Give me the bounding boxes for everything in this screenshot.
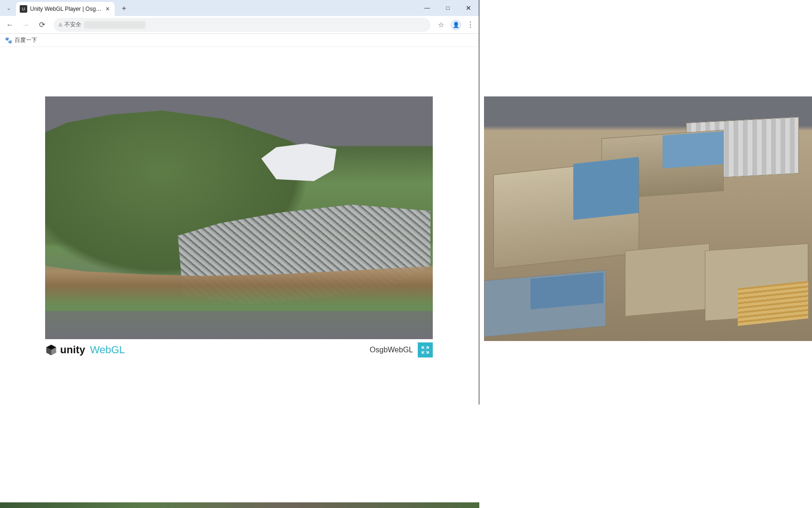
- star-icon: ☆: [438, 21, 444, 29]
- nav-back-button[interactable]: ←: [3, 18, 17, 32]
- bookmark-label: 百度一下: [15, 36, 37, 44]
- building-block: [625, 243, 710, 317]
- webgl-brand-text: WebGL: [90, 344, 125, 356]
- secondary-3d-render[interactable]: [484, 96, 812, 341]
- arrow-right-icon: →: [22, 21, 30, 29]
- new-tab-button[interactable]: +: [117, 2, 131, 15]
- address-bar[interactable]: ⚠ 不安全: [54, 18, 430, 32]
- building-block: [493, 159, 639, 269]
- tab-strip: ⌄ U Unity WebGL Player | OsgbW ✕ + — □ ✕: [0, 0, 479, 16]
- reload-icon: ⟳: [39, 20, 45, 29]
- unity-player-container: unity WebGL OsgbWebGL: [45, 96, 433, 358]
- window-maximize-button[interactable]: □: [437, 0, 458, 16]
- unity-webgl-canvas[interactable]: [45, 96, 433, 339]
- window-close-button[interactable]: ✕: [458, 0, 479, 16]
- unity-cube-icon: [45, 344, 57, 356]
- url-text-blurred: [84, 21, 145, 29]
- unity-logo: unity WebGL: [45, 344, 125, 356]
- fullscreen-button[interactable]: [418, 342, 433, 357]
- profile-icon: 👤: [453, 22, 460, 28]
- security-chip[interactable]: ⚠ 不安全: [58, 21, 81, 29]
- lumber-stack-render: [738, 281, 808, 326]
- unity-footer-bar: unity WebGL OsgbWebGL: [45, 339, 433, 358]
- security-label: 不安全: [64, 21, 81, 29]
- arrow-left-icon: ←: [6, 21, 14, 29]
- browser-window: ⌄ U Unity WebGL Player | OsgbW ✕ + — □ ✕…: [0, 0, 479, 405]
- chevron-down-icon: ⌄: [7, 5, 11, 11]
- nav-forward-button[interactable]: →: [19, 18, 33, 32]
- tab-title: Unity WebGL Player | OsgbW: [30, 6, 102, 12]
- minimize-icon: —: [424, 5, 430, 11]
- profile-button[interactable]: 👤: [451, 20, 461, 30]
- close-icon: ✕: [466, 4, 471, 12]
- browser-menu-button[interactable]: ⋮: [465, 20, 476, 29]
- project-title: OsgbWebGL: [370, 346, 413, 354]
- window-controls: — □ ✕: [417, 0, 479, 16]
- bookmark-item-baidu[interactable]: 🐾 百度一下: [5, 36, 37, 44]
- bookmarks-bar: 🐾 百度一下: [0, 34, 479, 47]
- background-render-sliver: [0, 502, 479, 508]
- unity-brand-text: unity: [60, 344, 86, 356]
- tab-search-dropdown[interactable]: ⌄: [3, 2, 14, 14]
- warning-icon: ⚠: [58, 22, 62, 27]
- browser-toolbar: ← → ⟳ ⚠ 不安全 ☆ 👤 ⋮: [0, 16, 479, 34]
- kebab-icon: ⋮: [467, 20, 474, 29]
- paw-icon: 🐾: [5, 37, 12, 44]
- url-input[interactable]: [148, 21, 426, 28]
- fullscreen-icon: [421, 346, 429, 354]
- window-minimize-button[interactable]: —: [417, 0, 437, 16]
- nav-reload-button[interactable]: ⟳: [35, 18, 49, 32]
- building-block: [484, 270, 606, 337]
- page-viewport: unity WebGL OsgbWebGL: [0, 47, 479, 405]
- maximize-icon: □: [446, 5, 449, 11]
- bookmark-star-button[interactable]: ☆: [435, 21, 447, 29]
- plus-icon: +: [122, 4, 126, 13]
- unity-favicon-icon: U: [20, 5, 27, 13]
- browser-tab-active[interactable]: U Unity WebGL Player | OsgbW ✕: [16, 2, 115, 16]
- tab-close-button[interactable]: ✕: [104, 6, 111, 12]
